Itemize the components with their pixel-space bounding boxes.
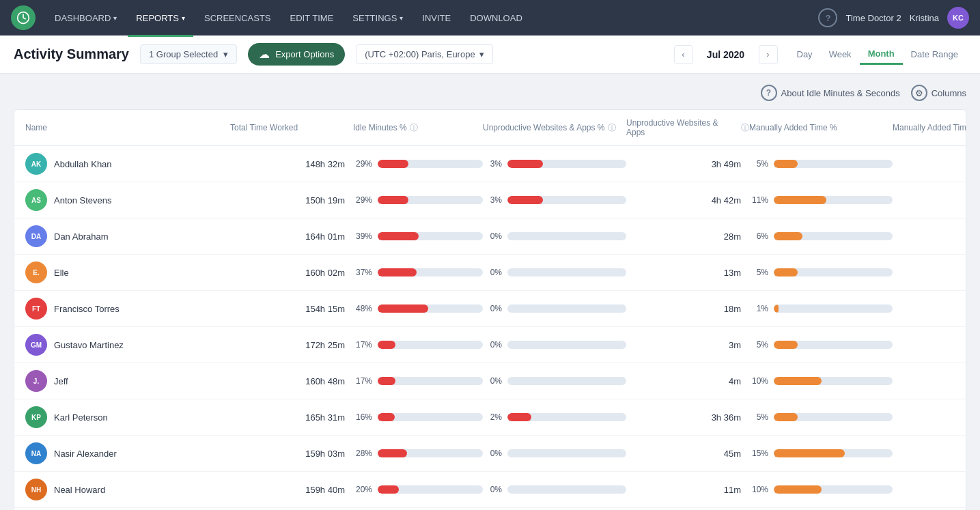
chevron-down-icon: ▾: [223, 49, 228, 59]
manual-bar-fill: [774, 304, 779, 313]
info-icon[interactable]: ⓘ: [410, 122, 418, 134]
unprod-bar-track: [507, 449, 626, 457]
manual-pct-label: 10%: [749, 376, 768, 386]
timezone-selector[interactable]: (UTC +02:00) Paris, Europe ▾: [356, 44, 492, 64]
unprod-pct-label: 3%: [483, 195, 502, 205]
table-row[interactable]: KP Karl Peterson 165h 31m 16% 2% 3h 36m …: [14, 399, 966, 436]
unprod-time-value: 3h 36m: [626, 412, 749, 423]
table-row[interactable]: GM Gustavo Martinez 172h 25m 17% 0% 3m 5…: [14, 327, 966, 363]
prev-date-button[interactable]: ‹: [674, 45, 693, 64]
manual-bar-cell: 11%: [749, 195, 893, 205]
avatar: DA: [25, 225, 47, 247]
manual-time-value: 8h 00m: [893, 268, 966, 278]
manual-bar-track: [774, 377, 893, 385]
avatar: FT: [25, 298, 47, 320]
col-total-time: Total Time Worked: [230, 118, 353, 137]
table-row[interactable]: E. Elle 160h 02m 37% 0% 13m 5% 8h 00m: [14, 255, 966, 291]
avatar: GM: [25, 334, 47, 356]
idle-bar-cell: 17%: [353, 340, 483, 350]
unprod-pct-label: 3%: [483, 159, 502, 169]
nav-invite[interactable]: INVITE: [414, 9, 459, 27]
group-selector[interactable]: 1 Group Selected ▾: [140, 44, 237, 64]
unprod-bar-track: [507, 160, 626, 168]
user-avatar[interactable]: KC: [947, 7, 969, 29]
tab-date-range[interactable]: Date Range: [903, 45, 966, 63]
view-tabs: Day Week Month Date Range: [789, 44, 967, 65]
unprod-pct-label: 0%: [483, 449, 502, 458]
manual-pct-label: 5%: [749, 159, 768, 169]
manual-pct-label: 1%: [749, 304, 768, 313]
nav-download[interactable]: DOWNLOAD: [462, 9, 531, 27]
total-time-value: 150h 19m: [230, 195, 353, 206]
idle-pct-label: 29%: [353, 195, 372, 205]
table-row[interactable]: J. Jeff 160h 48m 17% 0% 4m 10% 16h 52m: [14, 363, 966, 399]
nav-edit-time[interactable]: EDIT TIME: [282, 9, 342, 27]
user-name-label: Francisco Torres: [54, 304, 120, 314]
user-name-label: Dan Abraham: [54, 231, 109, 242]
product-name: Time Doctor 2: [845, 13, 901, 23]
tab-week[interactable]: Week: [821, 45, 860, 63]
idle-bar-fill: [378, 413, 395, 421]
total-time-value: 164h 01m: [230, 231, 353, 242]
help-icon[interactable]: ?: [818, 8, 837, 27]
unprod-bar-cell: 0%: [483, 340, 626, 350]
app-logo[interactable]: [11, 5, 36, 30]
user-name-label: Karl Peterson: [54, 412, 108, 423]
table-row[interactable]: AK Abdullah Khan 148h 32m 29% 3% 3h 49m …: [14, 146, 966, 182]
manual-pct-label: 10%: [749, 485, 768, 494]
idle-bar-fill: [378, 268, 417, 277]
user-name-label: Anton Stevens: [54, 195, 112, 206]
idle-bar-cell: 29%: [353, 195, 483, 205]
nav-screencasts[interactable]: SCREENCASTS: [196, 9, 279, 27]
manual-time-value: 8h 00m: [893, 340, 966, 350]
table-row[interactable]: NA Nasir Alexander 159h 03m 28% 0% 45m 1…: [14, 436, 966, 472]
toolbar-row: ? About Idle Minutes & Seconds ⚙ Columns: [14, 85, 966, 101]
nav-dashboard[interactable]: DASHBOARD ▾: [46, 9, 125, 27]
sub-header: Activity Summary 1 Group Selected ▾ ☁ Ex…: [0, 36, 980, 74]
manual-bar-fill: [774, 160, 798, 168]
user-cell: DA Dan Abraham: [25, 225, 230, 247]
unprod-bar-fill: [507, 160, 543, 168]
info-icon[interactable]: ⓘ: [608, 122, 616, 134]
col-manual-time: Manually Added Time: [893, 118, 966, 137]
unprod-time-value: 4m: [626, 376, 749, 386]
table-row[interactable]: DA Dan Abraham 164h 01m 39% 0% 28m 6% 9h…: [14, 218, 966, 255]
manual-bar-cell: 5%: [749, 340, 893, 350]
idle-bar-cell: 37%: [353, 268, 483, 277]
idle-pct-label: 17%: [353, 376, 372, 386]
columns-button[interactable]: ⚙ Columns: [911, 85, 966, 101]
manual-pct-label: 15%: [749, 449, 768, 458]
user-cell: AS Anton Stevens: [25, 189, 230, 211]
unprod-bar-track: [507, 232, 626, 240]
unprod-bar-cell: 0%: [483, 231, 626, 241]
nav-reports[interactable]: REPORTS ▾: [128, 9, 193, 27]
tab-month[interactable]: Month: [860, 44, 903, 65]
manual-bar-track: [774, 232, 893, 240]
table-row[interactable]: NH Neal Howard 159h 40m 20% 0% 11m 10% 1…: [14, 472, 966, 508]
tab-day[interactable]: Day: [789, 45, 821, 63]
nav-settings[interactable]: SETTINGS ▾: [344, 9, 411, 27]
next-date-button[interactable]: ›: [759, 45, 778, 64]
unprod-pct-label: 0%: [483, 340, 502, 350]
total-time-value: 159h 40m: [230, 485, 353, 495]
user-cell: FT Francisco Torres: [25, 298, 230, 320]
manual-bar-cell: 10%: [749, 376, 893, 386]
about-idle-button[interactable]: ? About Idle Minutes & Seconds: [761, 85, 900, 101]
chevron-down-icon: ▾: [400, 14, 403, 22]
unprod-bar-cell: 2%: [483, 412, 626, 422]
table-row[interactable]: FT Francisco Torres 154h 15m 48% 0% 18m …: [14, 291, 966, 327]
unprod-bar-fill: [507, 413, 531, 421]
export-button[interactable]: ☁ Export Options: [248, 43, 345, 66]
table-row[interactable]: AS Anton Stevens 150h 19m 29% 3% 4h 42m …: [14, 182, 966, 218]
idle-bar-track: [378, 341, 483, 349]
manual-bar-track: [774, 196, 893, 204]
idle-bar-fill: [378, 160, 408, 168]
manual-bar-fill: [774, 196, 826, 204]
manual-bar-fill: [774, 341, 798, 349]
idle-pct-label: 39%: [353, 231, 372, 241]
info-icon[interactable]: ⓘ: [741, 122, 749, 134]
user-cell: E. Elle: [25, 261, 230, 283]
idle-bar-track: [378, 413, 483, 421]
unprod-bar-cell: 0%: [483, 304, 626, 313]
user-cell: GM Gustavo Martinez: [25, 334, 230, 356]
